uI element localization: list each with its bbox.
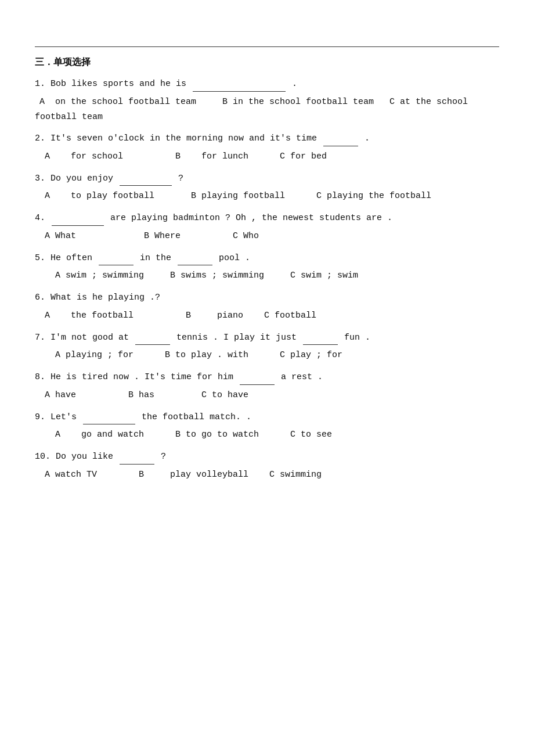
question-10-text: 10. Do you like ?	[35, 449, 499, 465]
question-5: 5. He often in the pool . A swim ; swimm…	[35, 251, 499, 284]
question-2-text: 2. It's seven o'clock in the morning now…	[35, 131, 499, 146]
blank-9	[83, 415, 135, 424]
question-6: 6. What is he playing .? A the football …	[35, 290, 499, 323]
question-3-options: A to play football B playing football C …	[35, 188, 499, 204]
blank-5a	[99, 256, 134, 265]
question-1-options: A on the school football team B in the s…	[35, 94, 499, 110]
blank-7b	[303, 336, 338, 345]
blank-2	[323, 137, 358, 146]
blank-3	[120, 177, 172, 186]
question-2: 2. It's seven o'clock in the morning now…	[35, 131, 499, 164]
question-5-text: 5. He often in the pool .	[35, 251, 499, 266]
question-6-text: 6. What is he playing .?	[35, 290, 499, 305]
blank-1	[193, 82, 286, 92]
question-10: 10. Do you like ? A watch TV B play voll…	[35, 449, 499, 483]
question-9-text: 9. Let's the football match. .	[35, 410, 499, 425]
question-7-text: 7. I'm not good at tennis . I play it ju…	[35, 330, 499, 345]
blank-10	[120, 455, 154, 465]
section-divider	[35, 46, 499, 47]
blank-7a	[135, 336, 170, 345]
question-8-text: 8. He is tired now . It's time for him a…	[35, 370, 499, 385]
question-7-options: A playing ; for B to play . w​ith C play…	[35, 347, 499, 363]
question-9-options: A go and watch B to go to watch C to s​e…	[35, 427, 499, 442]
question-5-options: A swim ; swimming B swims ; swimming C s…	[35, 268, 499, 283]
question-10-options: A watch TV B play volleyball C swimming	[35, 467, 499, 483]
section-title: 三．单项选择	[35, 56, 499, 69]
question-8: 8. He is tired now . It's time for him a…	[35, 370, 499, 403]
question-7: 7. I'm not good at tennis . I play it ju…	[35, 330, 499, 363]
question-1-text: 1. Bob likes sports and he is .	[35, 77, 499, 92]
question-1-continuation: football team	[35, 110, 499, 125]
question-4-text: 4. are playing badminton ? Oh , the newe…	[35, 211, 499, 226]
question-2-options: A for school B for lunch C for bed	[35, 149, 499, 164]
question-3-text: 3. Do you​ enjoy ?	[35, 171, 499, 186]
question-8-options: A have B has C to have	[35, 387, 499, 403]
question-3: 3. Do you​ enjoy ? A to play football B …	[35, 171, 499, 204]
question-4: 4. are playing badminton ? Oh , the newe…	[35, 211, 499, 244]
to-watch-text: to watch	[217, 430, 259, 440]
blank-5b	[178, 256, 212, 265]
blank-8	[240, 376, 275, 385]
question-1: 1. Bob likes sports and he is . A on the…	[35, 77, 499, 124]
question-9: 9. Let's the football match. . A go and …	[35, 410, 499, 443]
blank-4	[52, 217, 104, 226]
question-6-options: A the football B piano C football	[35, 308, 499, 323]
question-4-options: A What B Where C Who	[35, 228, 499, 244]
